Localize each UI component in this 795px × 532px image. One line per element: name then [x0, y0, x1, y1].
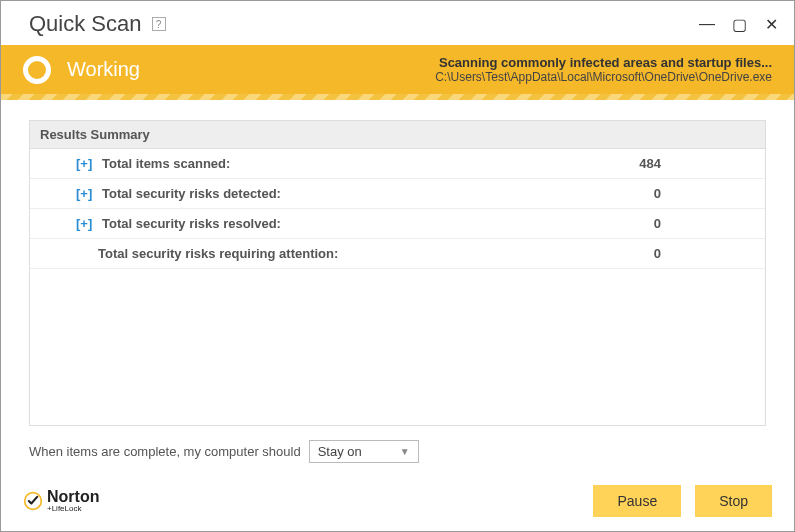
row-label: Total security risks resolved: [102, 216, 281, 231]
row-value: 0 [654, 216, 751, 231]
status-state: Working [67, 58, 140, 81]
chevron-down-icon: ▼ [400, 446, 410, 457]
results-summary-header: Results Summary [30, 121, 765, 149]
completion-selected: Stay on [318, 444, 362, 459]
brand-name: Norton [47, 489, 99, 505]
results-panel: Results Summary [+] Total items scanned:… [29, 120, 766, 426]
status-detail: Scanning commonly infected areas and sta… [435, 55, 772, 84]
row-value: 0 [654, 246, 751, 261]
stop-button[interactable]: Stop [695, 485, 772, 517]
maximize-button[interactable]: ▢ [730, 15, 748, 34]
help-button[interactable]: ? [152, 17, 166, 31]
table-row: [+] Total security risks detected: 0 [30, 179, 765, 209]
status-heading: Scanning commonly infected areas and sta… [435, 55, 772, 70]
table-row: [+] Total security risks resolved: 0 [30, 209, 765, 239]
check-shield-icon [23, 491, 43, 511]
row-label: Total security risks requiring attention… [98, 246, 338, 261]
table-row: Total security risks requiring attention… [30, 239, 765, 269]
brand-sub: +LifeLock [47, 505, 99, 513]
expand-icon[interactable]: [+] [76, 186, 94, 201]
footer-buttons: Pause Stop [593, 485, 772, 517]
norton-logo: Norton +LifeLock [23, 489, 99, 513]
completion-row: When items are complete, my computer sho… [29, 426, 766, 467]
titlebar: Quick Scan ? — ▢ ✕ [1, 1, 794, 45]
minimize-button[interactable]: — [698, 15, 716, 34]
row-label: Total security risks detected: [102, 186, 281, 201]
footer: Norton +LifeLock Pause Stop [1, 475, 794, 531]
expand-icon[interactable]: [+] [76, 156, 94, 171]
row-value: 0 [654, 186, 751, 201]
table-row: [+] Total items scanned: 484 [30, 149, 765, 179]
expand-icon[interactable]: [+] [76, 216, 94, 231]
status-path: C:\Users\Test\AppData\Local\Microsoft\On… [435, 70, 772, 84]
content-area: Results Summary [+] Total items scanned:… [1, 94, 794, 475]
row-value: 484 [639, 156, 751, 171]
close-button[interactable]: ✕ [762, 15, 780, 34]
pause-button[interactable]: Pause [593, 485, 681, 517]
row-label: Total items scanned: [102, 156, 230, 171]
completion-label: When items are complete, my computer sho… [29, 444, 301, 459]
spinner-icon [23, 56, 51, 84]
status-bar: Working Scanning commonly infected areas… [1, 45, 794, 94]
window-title: Quick Scan [29, 11, 142, 37]
completion-select[interactable]: Stay on ▼ [309, 440, 419, 463]
window-controls: — ▢ ✕ [698, 15, 780, 34]
